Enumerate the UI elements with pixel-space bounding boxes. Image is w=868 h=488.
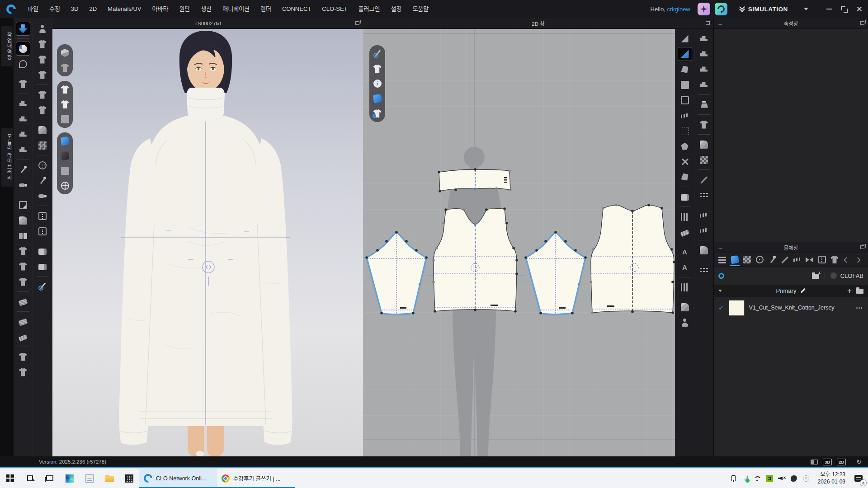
wind-animation-tool-button[interactable] [35,37,50,51]
taskbar-clock[interactable]: 오후 12:23 2026-01-09 [818,471,845,485]
comb-ruler-tool-button[interactable] [678,225,692,239]
volume-muted-icon[interactable] [776,469,788,488]
object-tabs-scroll-right[interactable] [854,253,865,266]
buttonhole-tool-button[interactable] [35,174,50,188]
fabric-list-item[interactable]: ✓ V1_Cut_Sew_Knit_Cotton_Jersey [714,297,868,319]
object-tab-trim[interactable] [829,253,840,266]
file-explorer-button[interactable] [99,469,119,488]
shirring-tool-button[interactable] [697,223,711,237]
clo-services-button[interactable] [715,3,727,15]
security-shield-icon[interactable] [739,469,751,488]
baseline-tool-button[interactable] [697,173,711,187]
elastic-tool-button[interactable] [697,208,711,222]
menu-item-2d[interactable]: 2D [84,0,102,18]
fabric-more-button[interactable] [856,307,863,309]
flatten-garment-tool-button[interactable] [697,117,711,131]
ruler-tool-button[interactable] [16,330,30,344]
object-tab-bow[interactable] [804,253,816,266]
stylize-fit-tool-button[interactable] [35,88,50,102]
object-tab-buttonhole[interactable] [766,253,778,266]
garment-measure-edit-tool-button[interactable] [16,365,30,379]
drape-front-tool-button[interactable] [16,244,30,258]
object-tab-topstitch[interactable] [779,253,791,266]
menu-item-connect[interactable]: CONNECT [277,0,316,18]
history-panel-tab[interactable]: 작업내역창 [1,26,13,66]
object-tabs-scroll-left[interactable] [841,253,853,266]
reset-arrangement-tool-button[interactable] [16,259,30,273]
particle-2d-tool-button[interactable] [697,137,711,151]
nvidia-settings-icon[interactable] [764,469,776,488]
garment-fit-tool-button[interactable] [16,275,30,289]
pattern-back-bodice[interactable] [590,204,675,314]
refresh-view-button[interactable]: ↻ [856,458,862,465]
show-3d-object-toggle[interactable] [59,47,71,59]
float-window-icon[interactable] [706,21,710,25]
pattern-info-toggle[interactable] [371,78,383,89]
modular-library-tab[interactable]: 모듈러 라이브러리 [1,128,13,187]
menu-item-clo-set[interactable]: CLO-SET [316,0,353,18]
stylize-drape-tool-button[interactable] [35,103,50,117]
tape-measure-tool-button[interactable] [16,314,30,328]
roll-edit-tool-button[interactable] [35,259,50,273]
segment-sewing-tool-button[interactable] [16,97,30,111]
flattening-tool-button[interactable] [35,52,50,66]
object-tab-zipper[interactable] [816,253,828,266]
ai-assistant-button[interactable] [698,3,710,15]
view-2d-button[interactable]: 2D [837,459,846,465]
cut-and-sew-tool-button[interactable] [678,139,692,153]
avatar-skin-toggle[interactable] [59,165,71,177]
edit-pattern-tool-button[interactable] [678,47,692,61]
edit-sewing-tool-button[interactable] [16,127,30,141]
roll-up-tool-button[interactable] [35,244,50,258]
show-2d-pattern-toggle[interactable] [371,63,383,75]
texture-transform-tool-button[interactable] [35,138,50,152]
thick-textured-surface-toggle[interactable] [59,135,71,147]
grading-ruler-tool-button[interactable] [678,210,692,224]
segment-sewing-2d-tool-button[interactable] [697,32,711,46]
simulation-control[interactable]: SIMULATION [740,6,808,13]
show-environment-toggle[interactable] [59,180,71,192]
pattern-transfer-tool-button[interactable] [16,295,30,309]
clofab-library-button[interactable]: CLOFAB [840,272,863,279]
taskbar-app-chrome[interactable]: 수강후기 글쓰기 | ... [217,469,295,488]
fabric-roll-tool-button[interactable] [678,190,692,204]
menu-item-file[interactable]: 파일 [22,0,44,18]
rectangle-pattern-tool-button[interactable] [678,78,692,92]
fitting-sewing-tool-button[interactable] [16,143,30,157]
solidify-tool-button[interactable] [16,213,30,227]
free-sewing-2d-tool-button[interactable] [697,47,711,61]
fabric-swatch[interactable] [729,300,745,316]
collapse-panel-icon[interactable]: → [717,20,723,27]
menu-item-animation[interactable]: 애니메이션 [217,0,255,18]
polygon-pattern-tool-button[interactable] [678,93,692,107]
float-window-icon[interactable] [860,245,864,249]
garment-info-toggle[interactable] [59,99,71,110]
collapse-group-icon[interactable] [718,290,722,292]
edit-point-curve-tool-button[interactable] [678,62,692,76]
start-button[interactable] [0,469,20,488]
edit-sewing-2d-tool-button[interactable] [697,62,711,76]
notification-center-button[interactable]: 3 [849,469,868,488]
menu-item-avatar[interactable]: 아바타 [147,0,174,18]
edit-sewing-overlay-button[interactable] [371,48,383,60]
fabric-selected-check-icon[interactable]: ✓ [718,304,724,312]
float-window-icon[interactable] [355,21,359,25]
button-tool-button[interactable] [35,158,50,172]
menu-item-3d[interactable]: 3D [66,0,84,18]
group-folder-button[interactable] [856,289,863,294]
input-device-icon[interactable] [788,469,800,488]
garment-measure-tool-button[interactable] [16,350,30,364]
menu-item-render[interactable]: 렌더 [255,0,277,18]
free-sewing-tool-button[interactable] [16,112,30,126]
select-lasso-tool-button[interactable] [16,57,30,71]
select-move-tool-button[interactable] [16,42,30,56]
object-tab-button[interactable] [754,253,766,266]
disconnected-device-icon[interactable] [800,469,812,488]
calculator-button[interactable] [119,469,139,488]
drape-garment-tool-button[interactable] [16,77,30,91]
thick-textured-2d-toggle[interactable] [371,93,383,104]
edit-text-tool-button[interactable] [678,245,692,259]
taskbar-app-clo[interactable]: CLO Network Onli... [139,469,217,488]
show-3d-uv-toggle[interactable] [59,62,71,74]
mesh-surface-toggle[interactable] [59,150,71,162]
